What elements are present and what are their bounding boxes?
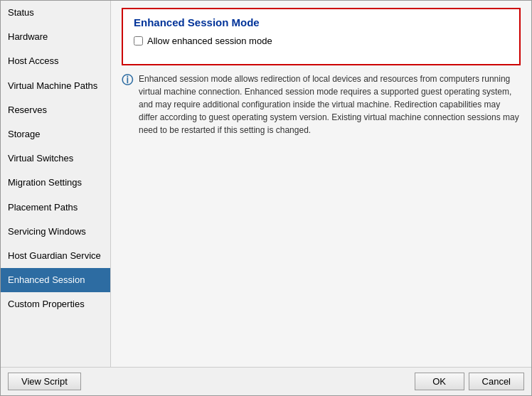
- allow-enhanced-checkbox[interactable]: [134, 36, 143, 46]
- sidebar-item-host-access[interactable]: Host Access: [1, 49, 110, 73]
- sidebar-item-servicing-windows[interactable]: Servicing Windows: [1, 220, 110, 244]
- sidebar-item-hardware[interactable]: Hardware: [1, 25, 110, 49]
- cancel-button[interactable]: Cancel: [469, 373, 524, 390]
- sidebar-item-virtual-switches[interactable]: Virtual Switches: [1, 146, 110, 171]
- sidebar-item-virtual-machine-paths[interactable]: Virtual Machine Paths: [1, 74, 110, 98]
- info-section: ⓘ Enhanced session mode allows redirecti…: [122, 73, 521, 137]
- sidebar-item-storage[interactable]: Storage: [1, 122, 110, 146]
- sidebar-item-host-guardian-service[interactable]: Host Guardian Service: [1, 244, 110, 268]
- ok-button[interactable]: OK: [415, 373, 464, 390]
- sidebar-item-status[interactable]: Status: [1, 1, 110, 25]
- dialog: StatusHardwareHost AccessVirtual Machine…: [0, 0, 532, 396]
- view-script-button[interactable]: View Script: [8, 373, 81, 390]
- sidebar-item-reserves[interactable]: Reserves: [1, 98, 110, 122]
- info-icon: ⓘ: [122, 73, 133, 88]
- sidebar-item-migration-settings[interactable]: Migration Settings: [1, 171, 110, 195]
- dialog-footer: View Script OK Cancel: [1, 367, 531, 395]
- sidebar: StatusHardwareHost AccessVirtual Machine…: [1, 1, 111, 367]
- enhanced-session-mode-box: Enhanced Session Mode Allow enhanced ses…: [122, 8, 521, 65]
- sidebar-item-custom-properties[interactable]: Custom Properties: [1, 292, 110, 316]
- main-content: Enhanced Session Mode Allow enhanced ses…: [111, 1, 531, 367]
- allow-enhanced-checkbox-row: Allow enhanced session mode: [134, 36, 509, 46]
- content-title: Enhanced Session Mode: [134, 16, 509, 28]
- info-text: Enhanced session mode allows redirection…: [139, 73, 521, 137]
- sidebar-item-enhanced-session[interactable]: Enhanced Session: [1, 268, 110, 292]
- footer-right: OK Cancel: [415, 373, 524, 390]
- dialog-body: StatusHardwareHost AccessVirtual Machine…: [1, 1, 531, 367]
- allow-enhanced-label[interactable]: Allow enhanced session mode: [147, 36, 272, 46]
- footer-left: View Script: [8, 373, 81, 390]
- sidebar-item-placement-paths[interactable]: Placement Paths: [1, 196, 110, 220]
- sidebar-scroll-area: StatusHardwareHost AccessVirtual Machine…: [1, 1, 110, 367]
